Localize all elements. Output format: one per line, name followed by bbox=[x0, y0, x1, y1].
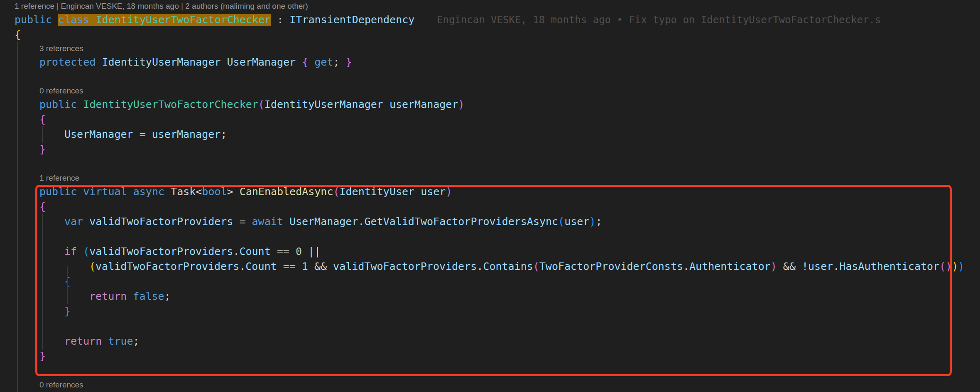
code-token: || bbox=[302, 245, 321, 257]
code-token: ) bbox=[952, 260, 958, 272]
code-line[interactable]: if (validTwoFactorProviders.Count == 0 |… bbox=[0, 244, 980, 259]
code-token: ( bbox=[333, 186, 339, 198]
code-token: user bbox=[564, 216, 589, 228]
code-line[interactable]: var validTwoFactorProviders = await User… bbox=[0, 214, 980, 229]
code-token: : bbox=[271, 14, 289, 26]
code-token: validTwoFactorProviders bbox=[89, 216, 233, 228]
code-token: 1 bbox=[302, 260, 308, 272]
code-token: GetValidTwoFactorProvidersAsync bbox=[365, 216, 559, 228]
code-token: Task< bbox=[171, 186, 202, 198]
code-token: IdentityUser bbox=[340, 186, 421, 198]
blank-line bbox=[0, 157, 980, 172]
code-token: if bbox=[64, 245, 83, 257]
code-editor[interactable]: 1 reference | Engincan VESKE, 18 months … bbox=[0, 0, 980, 392]
code-token: TwoFactorProviderConsts bbox=[539, 260, 683, 272]
blank-line bbox=[0, 364, 980, 379]
code-token: 0 bbox=[296, 245, 302, 257]
code-token: Authenticator bbox=[689, 260, 771, 272]
code-token: ( bbox=[83, 245, 89, 257]
code-line[interactable]: { bbox=[0, 199, 980, 214]
code-token: == bbox=[271, 245, 296, 257]
code-token: () bbox=[939, 260, 952, 272]
code-token: Count bbox=[239, 245, 270, 257]
code-lines-container: 1 reference | Engincan VESKE, 18 months … bbox=[0, 0, 980, 391]
codelens-label[interactable]: 3 references bbox=[0, 42, 980, 55]
code-token: } bbox=[39, 350, 46, 362]
blank-line bbox=[0, 70, 980, 85]
code-line[interactable]: } bbox=[0, 304, 980, 319]
code-token: ; bbox=[133, 335, 140, 347]
code-token: { bbox=[39, 201, 46, 213]
code-token: . bbox=[833, 260, 839, 272]
code-token: } bbox=[64, 305, 71, 317]
code-token: false bbox=[133, 290, 164, 302]
code-token: ( bbox=[258, 98, 265, 110]
code-token: ) bbox=[771, 260, 777, 272]
code-token: userManager bbox=[152, 128, 221, 140]
code-token: Count bbox=[245, 260, 277, 272]
code-token: } bbox=[39, 143, 46, 155]
code-token: IdentityUserTwoFactorChecker bbox=[96, 14, 271, 26]
code-token: . bbox=[683, 260, 689, 272]
code-token: . bbox=[239, 260, 245, 272]
codelens-label[interactable]: 0 references bbox=[0, 85, 980, 97]
code-line[interactable]: } bbox=[0, 142, 980, 157]
code-token: = bbox=[133, 128, 152, 140]
code-line[interactable]: { bbox=[0, 112, 980, 127]
code-token: UserManager bbox=[64, 128, 133, 140]
code-token: public bbox=[15, 14, 58, 26]
code-token: · bbox=[90, 14, 96, 26]
code-token: . bbox=[233, 245, 239, 257]
code-line[interactable]: UserManager = userManager; bbox=[0, 127, 980, 142]
code-token: HasAuthenticator bbox=[839, 260, 939, 272]
code-token: protected bbox=[39, 56, 102, 68]
code-line[interactable]: return true; bbox=[0, 334, 980, 349]
code-token: ; bbox=[595, 216, 602, 228]
code-token: && ! bbox=[777, 260, 808, 272]
code-line[interactable]: public virtual async Task<bool> CanEnabl… bbox=[0, 184, 980, 199]
code-token: { bbox=[39, 113, 46, 125]
code-token: public virtual async bbox=[39, 186, 171, 198]
code-token: var bbox=[64, 216, 89, 228]
code-token: } bbox=[346, 56, 352, 68]
code-token: return bbox=[64, 335, 108, 347]
code-token: public bbox=[39, 98, 83, 110]
code-line[interactable]: protected IdentityUserManager UserManage… bbox=[0, 55, 980, 70]
code-token: bool bbox=[202, 186, 227, 198]
code-line[interactable]: { bbox=[0, 274, 980, 289]
code-token: { bbox=[15, 29, 21, 41]
code-token: UserManager bbox=[289, 216, 358, 228]
codelens-label[interactable]: 0 references bbox=[0, 379, 980, 391]
code-token: ; bbox=[333, 56, 345, 68]
codelens-label[interactable]: 1 reference bbox=[0, 172, 980, 184]
code-token: . bbox=[477, 260, 483, 272]
code-token: ; bbox=[220, 128, 227, 140]
code-token bbox=[308, 56, 314, 68]
code-token: ITransientDependency bbox=[289, 14, 414, 26]
code-line[interactable]: public IdentityUserTwoFactorChecker(Iden… bbox=[0, 97, 980, 112]
codelens-label[interactable]: 1 reference | Engincan VESKE, 18 months … bbox=[0, 0, 980, 12]
code-token: > bbox=[227, 186, 240, 198]
code-token: ) bbox=[458, 98, 464, 110]
code-line[interactable]: (validTwoFactorProviders.Count == 1 && v… bbox=[0, 259, 980, 274]
code-token: IdentityUserManager bbox=[102, 56, 227, 68]
code-token: validTwoFactorProviders bbox=[96, 260, 239, 272]
code-token: validTwoFactorProviders bbox=[89, 245, 233, 257]
code-token: class bbox=[58, 14, 89, 26]
code-line[interactable]: { bbox=[0, 27, 980, 42]
code-token: CanEnabledAsync bbox=[240, 186, 333, 198]
code-line[interactable]: return false; bbox=[0, 289, 980, 304]
code-token: = bbox=[233, 216, 252, 228]
code-token: return bbox=[89, 290, 133, 302]
code-token: UserManager bbox=[227, 56, 302, 68]
code-line[interactable]: } bbox=[0, 349, 980, 364]
code-token: get bbox=[314, 56, 333, 68]
code-token: user bbox=[808, 260, 833, 272]
code-token: ) bbox=[589, 216, 595, 228]
code-token: ) bbox=[446, 186, 452, 198]
code-token: IdentityUserTwoFactorChecker bbox=[83, 98, 258, 110]
code-token: validTwoFactorProviders bbox=[333, 260, 477, 272]
code-token: { bbox=[302, 56, 308, 68]
code-token: await bbox=[252, 216, 289, 228]
code-token: && bbox=[308, 260, 333, 272]
